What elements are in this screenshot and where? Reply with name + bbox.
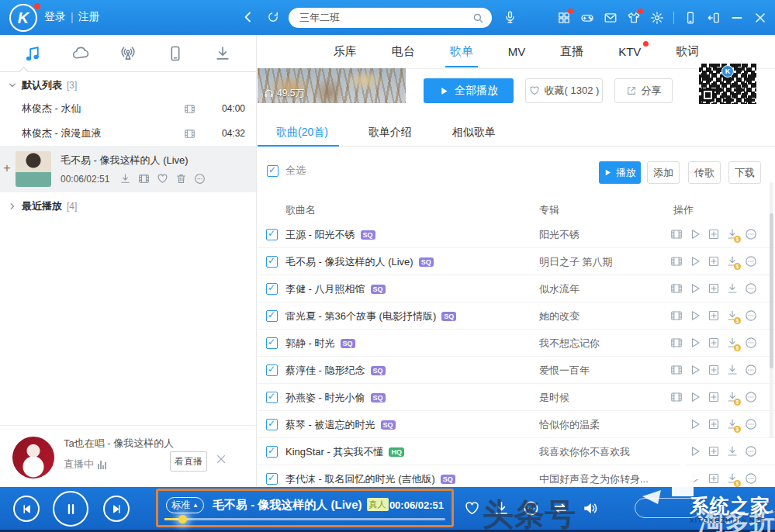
watch-live-button[interactable]: 看直播 bbox=[170, 451, 207, 472]
row-checkbox[interactable] bbox=[266, 283, 278, 295]
content-tab-0[interactable]: 歌曲(20首) bbox=[276, 119, 328, 146]
play-icon[interactable] bbox=[686, 364, 704, 376]
mv-icon[interactable] bbox=[184, 103, 195, 115]
close-icon[interactable] bbox=[749, 6, 772, 29]
scrollbar[interactable] bbox=[770, 182, 773, 438]
table-row[interactable]: 孙燕姿 - 时光小偷SQ是时候$ bbox=[258, 384, 775, 411]
table-row[interactable]: KingStar - 其实我不懂HQ我喜欢你你不喜欢我 bbox=[258, 438, 775, 465]
table-row[interactable]: 郭静 - 时光SQ我不想忘记你$ bbox=[258, 330, 775, 357]
recent-played-header[interactable]: 最近播放 [4] bbox=[0, 195, 256, 217]
row-checkbox[interactable] bbox=[266, 229, 278, 240]
skin-shirt-icon[interactable] bbox=[622, 6, 645, 29]
download-icon[interactable]: $ bbox=[723, 228, 742, 240]
more-icon[interactable] bbox=[742, 255, 760, 268]
download-icon[interactable]: $ bbox=[723, 255, 742, 268]
download-icon[interactable] bbox=[723, 445, 742, 458]
search-input[interactable]: 三年二班 bbox=[289, 8, 492, 28]
row-checkbox[interactable] bbox=[266, 256, 278, 268]
now-playing-item[interactable]: + 毛不易 - 像我这样的人 (Live) 00:06/02:51 bbox=[0, 146, 256, 192]
register-link[interactable]: 注册 bbox=[78, 10, 100, 24]
row-checkbox[interactable] bbox=[266, 446, 278, 458]
play-icon[interactable] bbox=[686, 391, 704, 403]
mv-icon[interactable] bbox=[667, 228, 686, 240]
play-icon[interactable] bbox=[686, 255, 704, 268]
nav-item-2[interactable]: 歌单 bbox=[448, 36, 475, 67]
play-mode-icon[interactable] bbox=[552, 500, 569, 516]
game-controller-icon[interactable] bbox=[576, 6, 599, 29]
add-to-playlist-icon[interactable] bbox=[704, 337, 723, 349]
nav-item-1[interactable]: 电台 bbox=[390, 36, 417, 67]
download-icon[interactable] bbox=[723, 364, 742, 376]
favorite-button[interactable]: 收藏( 1302 ) bbox=[525, 78, 603, 103]
content-tab-2[interactable]: 相似歌单 bbox=[452, 119, 496, 146]
tab-device-icon[interactable] bbox=[160, 38, 191, 69]
more-icon[interactable] bbox=[742, 472, 760, 485]
mobile-transfer-icon[interactable] bbox=[679, 6, 702, 29]
select-all[interactable]: 全选 bbox=[267, 164, 306, 178]
play-icon[interactable] bbox=[686, 309, 704, 322]
table-row[interactable]: 蔡淳佳 - 隐形纪念SQ爱恨一百年 bbox=[258, 357, 775, 384]
voice-search-icon[interactable] bbox=[503, 10, 517, 25]
play-icon[interactable] bbox=[686, 228, 704, 240]
nav-item-0[interactable]: 乐库 bbox=[332, 36, 358, 67]
add-to-playlist-icon[interactable] bbox=[704, 309, 723, 322]
back-icon[interactable] bbox=[242, 9, 254, 23]
more-icon[interactable] bbox=[742, 228, 760, 240]
download-button[interactable]: 下载 bbox=[728, 161, 761, 184]
progress-knob[interactable] bbox=[178, 515, 187, 523]
play-selected-button[interactable]: 播放 bbox=[599, 161, 641, 184]
download-icon[interactable]: $ bbox=[723, 309, 742, 322]
sidebar-song-0[interactable]: 林俊杰 - 水仙 04:00 bbox=[0, 96, 256, 121]
nav-item-5[interactable]: KTV bbox=[617, 36, 642, 67]
mail-icon[interactable] bbox=[599, 6, 622, 29]
play-all-button[interactable]: 全部播放 bbox=[424, 78, 514, 103]
refresh-icon[interactable] bbox=[267, 9, 279, 23]
quality-selector[interactable]: 标准▲ bbox=[166, 497, 204, 513]
minimize-icon[interactable] bbox=[725, 6, 749, 29]
favorite-heart-icon[interactable] bbox=[464, 500, 480, 516]
play-icon[interactable] bbox=[686, 337, 704, 349]
more-icon[interactable] bbox=[742, 418, 760, 430]
row-checkbox[interactable] bbox=[266, 473, 278, 485]
search-icon[interactable] bbox=[472, 12, 484, 24]
promo-close-icon[interactable] bbox=[216, 454, 227, 465]
tab-local-music-icon[interactable] bbox=[18, 38, 49, 69]
row-checkbox[interactable] bbox=[266, 364, 278, 376]
download-icon[interactable]: $ bbox=[723, 391, 742, 403]
sidebar-song-1[interactable]: 林俊杰 - 浪漫血液 04:32 bbox=[0, 121, 256, 146]
next-button[interactable] bbox=[103, 496, 130, 522]
add-to-playlist-icon[interactable] bbox=[704, 255, 723, 268]
add-to-playlist-icon[interactable] bbox=[704, 472, 723, 485]
progress-bar[interactable] bbox=[164, 518, 445, 520]
more-icon[interactable] bbox=[194, 173, 206, 185]
table-row[interactable]: 王源 - 阳光不锈SQ阳光不锈$ bbox=[258, 221, 775, 248]
nav-item-3[interactable]: MV bbox=[507, 36, 528, 67]
tab-cloud-icon[interactable] bbox=[65, 38, 96, 69]
more-icon[interactable] bbox=[742, 337, 760, 349]
select-all-checkbox[interactable] bbox=[267, 165, 279, 177]
row-checkbox[interactable] bbox=[266, 392, 278, 403]
playlist-cover-image[interactable]: 49.5万 bbox=[258, 68, 406, 103]
default-playlist-header[interactable]: 默认列表 [3] bbox=[0, 74, 256, 96]
add-song-button[interactable]: + bbox=[2, 161, 12, 175]
more-icon[interactable] bbox=[742, 391, 760, 403]
download-icon[interactable]: $ bbox=[723, 337, 742, 349]
mv-icon[interactable] bbox=[184, 128, 195, 140]
play-icon[interactable] bbox=[686, 282, 704, 295]
add-button[interactable]: 添加 bbox=[647, 161, 680, 184]
more-icon[interactable] bbox=[742, 364, 760, 376]
add-to-playlist-icon[interactable] bbox=[704, 445, 723, 458]
download-icon[interactable] bbox=[723, 282, 742, 295]
add-to-playlist-icon[interactable] bbox=[704, 391, 723, 403]
more-icon[interactable] bbox=[742, 282, 760, 295]
download-icon[interactable] bbox=[119, 173, 131, 185]
more-icon[interactable] bbox=[742, 445, 760, 458]
add-to-playlist-icon[interactable] bbox=[704, 282, 723, 295]
table-row[interactable]: 蔡琴 - 被遗忘的时光SQ恰似你的温柔$ bbox=[258, 411, 775, 438]
mv-icon[interactable] bbox=[667, 309, 686, 322]
play-icon[interactable] bbox=[686, 445, 704, 458]
settings-gear-icon[interactable] bbox=[645, 6, 669, 29]
nav-item-6[interactable]: 歌词 bbox=[674, 36, 701, 67]
mv-icon[interactable] bbox=[667, 255, 686, 268]
table-row[interactable]: 李健 - 八月照相馆SQ似水流年 bbox=[258, 275, 775, 302]
